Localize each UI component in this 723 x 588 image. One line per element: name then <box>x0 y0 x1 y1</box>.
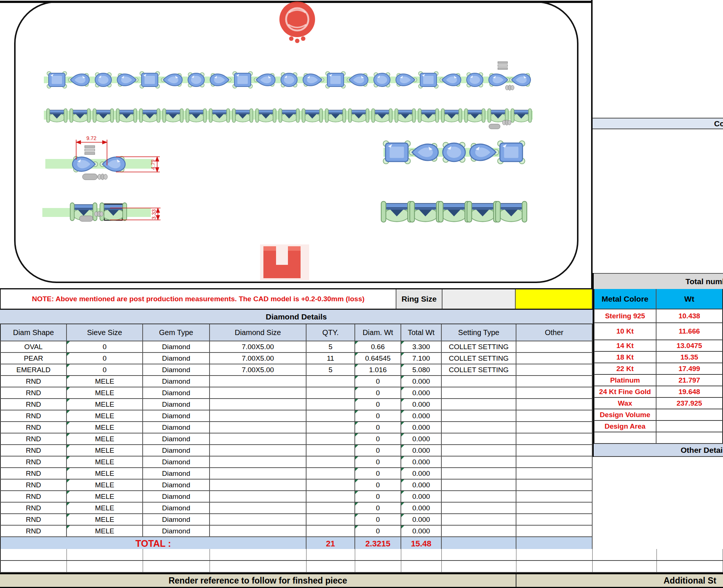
table-cell[interactable] <box>307 387 355 398</box>
table-cell[interactable] <box>516 399 593 410</box>
total-diam-wt[interactable]: 2.3215 <box>355 537 401 550</box>
table-cell[interactable] <box>516 376 593 387</box>
metal-wt-cell[interactable]: 15.35 <box>656 352 723 363</box>
metal-name-cell[interactable]: Design Volume <box>594 409 656 420</box>
table-cell[interactable]: MELE <box>67 433 143 444</box>
total-setting-cell[interactable] <box>442 537 516 550</box>
empty-cell[interactable] <box>143 549 210 560</box>
table-cell[interactable]: 0 <box>355 526 401 536</box>
empty-cell[interactable] <box>401 549 442 560</box>
metal-wt-cell[interactable] <box>656 432 723 443</box>
metal-wt-cell[interactable] <box>656 421 723 432</box>
table-cell[interactable]: 0 <box>355 468 401 479</box>
table-cell[interactable] <box>442 480 516 490</box>
table-cell[interactable]: Diamond <box>143 503 210 513</box>
metal-name-cell[interactable]: Wax <box>594 398 656 409</box>
empty-cell[interactable] <box>355 561 401 572</box>
table-cell[interactable]: 1.016 <box>355 364 401 375</box>
table-cell[interactable]: Diamond <box>143 457 210 467</box>
table-cell[interactable]: Diamond <box>143 376 210 387</box>
table-cell[interactable]: 0 <box>67 364 143 375</box>
table-cell[interactable]: 5.080 <box>401 364 442 375</box>
table-cell[interactable]: 0.66 <box>355 341 401 352</box>
table-cell[interactable]: MELE <box>67 399 143 410</box>
empty-cell[interactable] <box>307 549 355 560</box>
table-cell[interactable]: 0 <box>355 457 401 467</box>
col-header[interactable]: Total Wt <box>401 324 442 341</box>
table-cell[interactable]: 0.000 <box>401 503 442 513</box>
table-cell[interactable]: MELE <box>67 376 143 387</box>
empty-cell[interactable] <box>401 561 442 572</box>
table-cell[interactable]: RND <box>0 503 67 513</box>
empty-cell[interactable] <box>0 549 67 560</box>
table-cell[interactable]: OVAL <box>0 341 67 352</box>
table-cell[interactable] <box>516 410 593 421</box>
table-cell[interactable]: 0.000 <box>401 422 442 433</box>
table-cell[interactable] <box>516 468 593 479</box>
table-cell[interactable]: Diamond <box>143 353 210 364</box>
table-cell[interactable] <box>442 387 516 398</box>
table-cell[interactable]: Diamond <box>143 480 210 490</box>
table-cell[interactable]: RND <box>0 468 67 479</box>
table-cell[interactable] <box>516 526 593 536</box>
table-cell[interactable] <box>516 387 593 398</box>
table-cell[interactable]: 0 <box>355 445 401 456</box>
table-cell[interactable]: RND <box>0 422 67 433</box>
empty-cell[interactable] <box>657 561 723 572</box>
table-cell[interactable]: 0 <box>355 410 401 421</box>
table-cell[interactable]: Diamond <box>143 491 210 502</box>
col-header[interactable]: Diamond Size <box>210 324 307 341</box>
table-cell[interactable]: 0 <box>355 433 401 444</box>
table-cell[interactable]: 7.00X5.00 <box>210 353 307 364</box>
table-cell[interactable]: 0 <box>67 353 143 364</box>
col-header[interactable]: QTY. <box>307 324 355 341</box>
metal-name-cell[interactable]: 10 Kt <box>594 323 656 340</box>
empty-cell[interactable] <box>593 561 657 572</box>
metal-name-cell[interactable]: 18 Kt <box>594 352 656 363</box>
metal-name-cell[interactable]: Design Area <box>594 421 656 432</box>
table-cell[interactable]: Diamond <box>143 399 210 410</box>
table-cell[interactable] <box>210 399 307 410</box>
empty-cell[interactable] <box>143 561 210 572</box>
empty-cell[interactable] <box>442 561 516 572</box>
empty-cell[interactable] <box>657 549 723 560</box>
table-cell[interactable]: MELE <box>67 387 143 398</box>
table-cell[interactable]: Diamond <box>143 433 210 444</box>
table-cell[interactable]: 7.00X5.00 <box>210 341 307 352</box>
table-cell[interactable] <box>516 341 593 352</box>
table-cell[interactable]: 7.00X5.00 <box>210 364 307 375</box>
table-cell[interactable] <box>442 445 516 456</box>
table-cell[interactable]: RND <box>0 376 67 387</box>
table-cell[interactable]: 0 <box>67 341 143 352</box>
table-cell[interactable] <box>442 422 516 433</box>
table-cell[interactable]: Diamond <box>143 445 210 456</box>
table-cell[interactable] <box>516 503 593 513</box>
table-cell[interactable]: RND <box>0 445 67 456</box>
table-cell[interactable]: 0.000 <box>401 410 442 421</box>
table-cell[interactable]: Diamond <box>143 364 210 375</box>
table-cell[interactable]: RND <box>0 514 67 525</box>
table-cell[interactable]: RND <box>0 387 67 398</box>
total-qty[interactable]: 21 <box>307 537 355 550</box>
table-cell[interactable]: Diamond <box>143 341 210 352</box>
table-cell[interactable]: COLLET SETTING <box>442 353 516 364</box>
table-cell[interactable]: 7.100 <box>401 353 442 364</box>
table-cell[interactable]: RND <box>0 410 67 421</box>
table-cell[interactable] <box>307 480 355 490</box>
empty-cell[interactable] <box>516 549 593 560</box>
table-cell[interactable] <box>210 410 307 421</box>
table-cell[interactable]: PEAR <box>0 353 67 364</box>
table-cell[interactable] <box>516 422 593 433</box>
metal-name-cell[interactable] <box>594 432 656 443</box>
table-cell[interactable] <box>210 445 307 456</box>
table-cell[interactable] <box>307 422 355 433</box>
table-cell[interactable]: 5 <box>307 341 355 352</box>
empty-cell[interactable] <box>210 561 307 572</box>
table-cell[interactable]: MELE <box>67 514 143 525</box>
table-cell[interactable] <box>516 364 593 375</box>
table-cell[interactable]: MELE <box>67 468 143 479</box>
table-cell[interactable] <box>442 457 516 467</box>
table-cell[interactable]: 0 <box>355 514 401 525</box>
table-cell[interactable] <box>442 503 516 513</box>
table-cell[interactable] <box>516 433 593 444</box>
